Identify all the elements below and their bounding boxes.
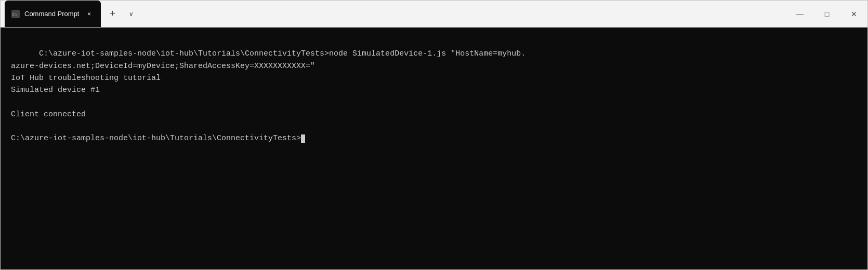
title-bar: C: Command Prompt × + ∨ — □ ✕ [1, 1, 867, 28]
dropdown-button[interactable]: ∨ [122, 5, 140, 23]
tab-icon: C: [11, 9, 20, 19]
close-button[interactable]: ✕ [840, 1, 867, 28]
svg-text:C:: C: [12, 12, 17, 17]
new-tab-button[interactable]: + [103, 5, 122, 23]
tab-area: C: Command Prompt × + ∨ [5, 1, 786, 27]
tab-label: Command Prompt [24, 10, 79, 18]
terminal-window: C: Command Prompt × + ∨ — □ ✕ C:\azure-i… [0, 0, 868, 270]
active-tab[interactable]: C: Command Prompt × [5, 1, 101, 27]
maximize-button[interactable]: □ [813, 1, 840, 28]
tab-close-button[interactable]: × [83, 8, 95, 20]
minimize-button[interactable]: — [786, 1, 813, 28]
terminal-output: C:\azure-iot-samples-node\iot-hub\Tutori… [11, 36, 857, 157]
terminal-cursor [301, 134, 305, 143]
terminal-body[interactable]: C:\azure-iot-samples-node\iot-hub\Tutori… [1, 28, 867, 269]
window-controls: — □ ✕ [786, 1, 867, 27]
